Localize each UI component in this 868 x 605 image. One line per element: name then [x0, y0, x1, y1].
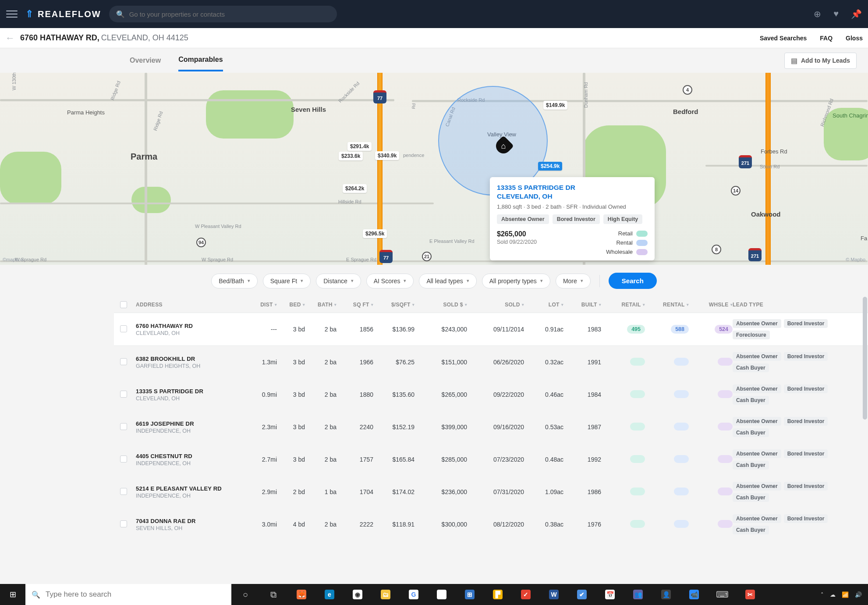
bed-cell: 3 bd	[277, 456, 305, 463]
col-sold[interactable]: SOLD▾	[467, 302, 524, 308]
address-cell[interactable]: 6619 JOSEPHINE DRINDEPENDENCE, OH	[136, 420, 245, 434]
lot-cell: 0.48ac	[524, 456, 563, 463]
map-price-pin[interactable]: $264.2k	[343, 184, 367, 193]
row-checkbox[interactable]	[120, 488, 127, 495]
filter-bedbath[interactable]: Bed/Bath▾	[211, 274, 258, 288]
tab-comparables[interactable]: Comparables	[178, 50, 223, 71]
address-cell[interactable]: 6760 HATHAWAY RDCLEVELAND, OH	[136, 323, 245, 336]
filter-sqft[interactable]: Square Ft▾	[263, 274, 311, 288]
tab-overview[interactable]: Overview	[130, 50, 161, 71]
map-city-label: Oakwood	[751, 210, 781, 218]
lead-tag: Bored Investor	[784, 384, 828, 393]
address-cell[interactable]: 5214 E PLEASANT VALLEY RDINDEPENDENCE, O…	[136, 485, 245, 499]
col-sqft[interactable]: SQ FT▾	[337, 302, 373, 308]
table-row[interactable]: 7043 DONNA RAE DRSEVEN HILLS, OH 3.0mi 4…	[114, 508, 868, 541]
map-price-pin[interactable]: $149.9k	[543, 101, 567, 110]
wholesale-score	[718, 520, 733, 528]
retail-score	[630, 520, 645, 528]
global-search-input[interactable]	[129, 11, 330, 18]
road-label: W Sprague Rd	[202, 257, 233, 262]
table-row[interactable]: 6760 HATHAWAY RDCLEVELAND, OH --- 3 bd 2…	[114, 313, 868, 346]
add-to-leads-button[interactable]: ▤ Add to My Leads	[784, 53, 857, 69]
comparables-map[interactable]: 77 77 271 271 94 21 4 8 14 Parma Heights…	[0, 73, 868, 265]
saved-searches-link[interactable]: Saved Searches	[760, 35, 807, 42]
col-rental[interactable]: RENTAL▾	[645, 302, 689, 308]
col-psqft[interactable]: $/SQFT▾	[373, 302, 415, 308]
col-bed[interactable]: BED▾	[277, 302, 305, 308]
col-address[interactable]: ADDRESS	[136, 302, 245, 308]
psqft-cell: $136.99	[373, 326, 415, 333]
rental-score	[674, 358, 689, 366]
col-lot[interactable]: LOT▾	[524, 302, 563, 308]
map-price-pin-active[interactable]: $254.9k	[538, 162, 562, 171]
table-row[interactable]: 6382 BROOKHILL DRGARFIELD HEIGHTS, OH 1.…	[114, 346, 868, 378]
table-row[interactable]: 5214 E PLEASANT VALLEY RDINDEPENDENCE, O…	[114, 476, 868, 508]
route-shield: 271	[748, 248, 762, 261]
sold-date-cell: 09/16/2020	[467, 424, 524, 431]
map-price-pin[interactable]: $291.4k	[347, 142, 372, 151]
address-cell[interactable]: 7043 DONNA RAE DRSEVEN HILLS, OH	[136, 518, 245, 531]
col-whsle[interactable]: WHSLE▾	[689, 302, 733, 308]
road-label: Hillside Rd	[338, 199, 361, 204]
rental-score	[674, 520, 689, 528]
row-checkbox[interactable]	[120, 358, 127, 365]
col-dist[interactable]: DIST▾	[245, 302, 277, 308]
heart-icon[interactable]: ♥	[833, 9, 839, 19]
col-retail[interactable]: RETAIL▾	[601, 302, 645, 308]
comparables-table: ADDRESS DIST▾ BED▾ BATH▾ SQ FT▾ $/SQFT▾ …	[114, 297, 868, 541]
brand-logo[interactable]: ⇑ REALEFLOW	[25, 8, 101, 20]
table-row[interactable]: 13335 S PARTRIDGE DRCLEVELAND, OH 0.9mi …	[114, 378, 868, 411]
row-checkbox[interactable]	[120, 423, 127, 430]
table-row[interactable]: 4405 CHESTNUT RDINDEPENDENCE, OH 2.7mi 3…	[114, 443, 868, 476]
global-search[interactable]: 🔍	[109, 6, 337, 22]
filter-more[interactable]: More▾	[556, 274, 591, 288]
wholesale-score	[718, 358, 733, 366]
filter-property-types[interactable]: All property types▾	[482, 274, 550, 288]
address-cell[interactable]: 4405 CHESTNUT RDINDEPENDENCE, OH	[136, 453, 245, 466]
bath-cell: 2 ba	[305, 456, 337, 463]
search-button[interactable]: Search	[609, 273, 657, 289]
row-checkbox[interactable]	[120, 520, 127, 527]
add-icon[interactable]: ⊕	[814, 9, 821, 19]
add-to-leads-label: Add to My Leads	[801, 57, 850, 64]
wholesale-score-pill	[636, 249, 648, 255]
col-sold-price[interactable]: SOLD $▾	[415, 302, 467, 308]
chevron-down-icon: ▾	[248, 278, 250, 284]
map-city-label: Seven Hills	[291, 106, 326, 113]
map-price-pin[interactable]: $340.9k	[375, 151, 399, 160]
dist-cell: 2.7mi	[245, 456, 277, 463]
address-cell[interactable]: 13335 S PARTRIDGE DRCLEVELAND, OH	[136, 388, 245, 402]
retail-score	[630, 390, 645, 398]
back-arrow-icon[interactable]: ←	[5, 32, 15, 44]
address-cell[interactable]: 6382 BROOKHILL DRGARFIELD HEIGHTS, OH	[136, 356, 245, 369]
map-price-pin[interactable]: $233.6k	[339, 152, 363, 160]
scrollbar[interactable]	[863, 297, 867, 420]
psqft-cell: $135.60	[373, 391, 415, 398]
map-price-pin[interactable]: $296.5k	[363, 229, 387, 238]
bath-cell: 2 ba	[305, 359, 337, 366]
row-checkbox[interactable]	[120, 391, 127, 398]
sqft-cell: 1966	[337, 359, 373, 366]
pin-icon[interactable]: 📌	[851, 9, 862, 19]
lead-tag: Foreclosure	[733, 331, 770, 339]
filter-lead-types[interactable]: All lead types▾	[419, 274, 476, 288]
glossary-link[interactable]: Gloss	[846, 35, 863, 42]
select-all-checkbox[interactable]	[120, 301, 127, 308]
table-row[interactable]: 6619 JOSEPHINE DRINDEPENDENCE, OH 2.3mi …	[114, 411, 868, 443]
col-built[interactable]: BUILT▾	[563, 302, 601, 308]
sold-price-cell: $399,000	[415, 424, 467, 431]
menu-icon[interactable]	[6, 8, 18, 20]
popup-title-l2: CLEVELAND, OH	[497, 192, 553, 200]
lead-tag: Cash Buyer	[733, 363, 769, 372]
col-bath[interactable]: BATH▾	[305, 302, 337, 308]
filter-ai-scores[interactable]: AI Scores▾	[366, 274, 414, 288]
faq-link[interactable]: FAQ	[820, 35, 833, 42]
row-checkbox[interactable]	[120, 456, 127, 463]
filter-distance[interactable]: Distance▾	[316, 274, 361, 288]
lot-cell: 1.09ac	[524, 488, 563, 495]
col-leadtype[interactable]: LEAD TYPE	[733, 302, 847, 308]
psqft-cell: $165.84	[373, 456, 415, 463]
popup-title[interactable]: 13335 S PARTRIDGE DR CLEVELAND, OH	[497, 183, 648, 201]
road-label: pendence	[403, 153, 424, 158]
row-checkbox[interactable]	[120, 325, 127, 332]
